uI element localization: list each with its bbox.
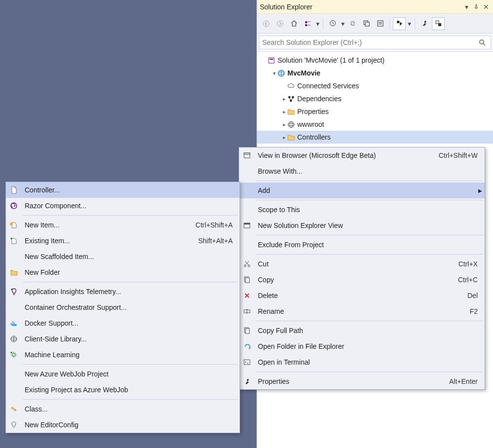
menu-label: Container Orchestrator Support... xyxy=(22,303,240,311)
menu-browse-with[interactable]: Browse With... xyxy=(239,163,485,179)
expand-icon[interactable] xyxy=(281,122,287,127)
project-label: MvcMovie xyxy=(287,69,320,77)
separator xyxy=(256,254,483,255)
context-menu: View in Browser (Microsoft Edge Beta) Ct… xyxy=(239,147,485,390)
menu-webjob[interactable]: New Azure WebJob Project xyxy=(6,366,240,382)
tree-label: Properties xyxy=(297,108,329,115)
menu-label: Browse With... xyxy=(255,167,485,175)
menu-scaffolded[interactable]: New Scaffolded Item... xyxy=(6,249,240,264)
menu-label: New EditorConfig xyxy=(22,421,240,429)
menu-exclude[interactable]: Exclude From Project xyxy=(239,237,485,253)
solution-icon xyxy=(268,57,277,64)
class-icon xyxy=(6,405,22,413)
menu-label: New Azure WebJob Project xyxy=(22,370,240,378)
search-input[interactable] xyxy=(262,38,479,46)
show-all-button[interactable] xyxy=(374,17,387,30)
svg-rect-36 xyxy=(246,329,249,334)
menu-rename[interactable]: Rename F2 xyxy=(239,303,485,319)
menu-add[interactable]: Add ▶ xyxy=(239,183,485,198)
menu-label: Class... xyxy=(22,405,240,413)
file-icon xyxy=(6,186,22,194)
pin-icon[interactable] xyxy=(472,3,480,11)
preview-selected-button[interactable] xyxy=(432,17,445,30)
docker-icon xyxy=(6,320,22,327)
back-button[interactable] xyxy=(260,17,273,30)
menu-copy[interactable]: Copy Ctrl+C xyxy=(239,272,485,288)
expand-icon[interactable] xyxy=(281,96,287,102)
search-icon[interactable] xyxy=(479,39,488,46)
menu-scope[interactable]: Scope to This xyxy=(239,202,485,218)
separator xyxy=(256,321,483,321)
menu-ml[interactable]: Machine Learning xyxy=(6,347,240,363)
menu-open-folder[interactable]: Open Folder in File Explorer xyxy=(239,338,485,354)
sync-button[interactable] xyxy=(346,17,359,30)
dropdown-icon[interactable]: ▾ xyxy=(315,20,320,28)
search-box[interactable] xyxy=(259,36,491,49)
tree-wwwroot[interactable]: wwwroot xyxy=(257,118,493,131)
new-folder-icon xyxy=(6,269,22,276)
menu-class[interactable]: Class... xyxy=(6,401,240,417)
menu-new-folder[interactable]: New Folder xyxy=(6,264,240,280)
menu-label: New Solution Explorer View xyxy=(255,222,485,229)
svg-point-0 xyxy=(263,21,269,27)
expand-icon[interactable] xyxy=(281,109,287,114)
solution-label: Solution 'MvcMovie' (1 of 1 project) xyxy=(278,56,385,64)
menu-new-se-view[interactable]: New Solution Explorer View xyxy=(239,218,485,233)
menu-cut[interactable]: Cut Ctrl+X xyxy=(239,256,485,272)
expand-icon[interactable] xyxy=(271,71,278,76)
menu-copy-path[interactable]: Copy Full Path xyxy=(239,323,485,338)
tree-label: Controllers xyxy=(297,133,331,141)
svg-rect-33 xyxy=(246,278,249,283)
menu-shortcut: Alt+Enter xyxy=(437,377,485,385)
copy-icon xyxy=(239,276,255,284)
menu-webjob-existing[interactable]: Existing Project as Azure WebJob xyxy=(6,382,240,398)
menu-properties[interactable]: Properties Alt+Enter xyxy=(239,373,485,389)
menu-label: Existing Item... xyxy=(22,237,186,245)
svg-point-25 xyxy=(290,121,292,127)
svg-point-23 xyxy=(288,121,294,127)
tree-properties[interactable]: Properties xyxy=(257,105,493,118)
menu-controller[interactable]: Controller... xyxy=(6,182,240,198)
menu-razor[interactable]: Razor Component... xyxy=(6,198,240,214)
menu-open-terminal[interactable]: Open in Terminal xyxy=(239,354,485,370)
tree-solution[interactable]: Solution 'MvcMovie' (1 of 1 project) xyxy=(257,54,493,67)
dropdown-icon[interactable]: ▾ xyxy=(407,20,412,28)
menu-view-in-browser[interactable]: View in Browser (Microsoft Edge Beta) Ct… xyxy=(239,148,485,163)
preview-button[interactable] xyxy=(393,17,406,30)
switc-views-button[interactable] xyxy=(301,17,314,30)
search-row xyxy=(257,34,493,52)
svg-rect-41 xyxy=(14,323,15,324)
menu-docker[interactable]: Docker Support... xyxy=(6,315,240,331)
svg-rect-16 xyxy=(269,58,274,63)
tree-label: Connected Services xyxy=(297,82,359,90)
dropdown-icon[interactable]: ▾ xyxy=(462,3,470,11)
window-icon xyxy=(239,222,255,229)
menu-label: Properties xyxy=(255,377,437,385)
tree-controllers[interactable]: Controllers xyxy=(257,131,493,144)
tree-connected-services[interactable]: Connected Services xyxy=(257,79,493,92)
tree-dependencies[interactable]: Dependencies xyxy=(257,92,493,105)
menu-label: Open in Terminal xyxy=(255,358,485,366)
menu-new-item[interactable]: New Item... Ctrl+Shift+A xyxy=(6,217,240,233)
menu-shortcut: Ctrl+X xyxy=(447,260,485,268)
forward-button[interactable] xyxy=(274,17,286,30)
menu-telemetry[interactable]: Application Insights Telemetry... xyxy=(6,284,240,299)
properties-button[interactable] xyxy=(418,17,431,30)
menu-orchestrator[interactable]: Container Orchestrator Support... xyxy=(6,299,240,315)
menu-editorconfig[interactable]: New EditorConfig xyxy=(6,417,240,433)
menu-label: Copy Full Path xyxy=(255,327,485,335)
menu-existing-item[interactable]: Existing Item... Shift+Alt+A xyxy=(6,233,240,249)
dropdown-icon[interactable]: ▾ xyxy=(340,20,345,28)
expand-icon[interactable] xyxy=(281,135,287,140)
separator xyxy=(389,18,390,29)
menu-label: New Item... xyxy=(22,221,184,229)
svg-rect-21 xyxy=(292,96,294,98)
separator xyxy=(256,200,483,200)
collapse-all-button[interactable] xyxy=(360,17,373,30)
tree-project[interactable]: MvcMovie xyxy=(257,67,493,79)
home-button[interactable] xyxy=(287,17,300,30)
close-icon[interactable]: ✕ xyxy=(482,3,490,11)
pending-changes-button[interactable] xyxy=(326,17,339,30)
menu-delete[interactable]: Delete Del xyxy=(239,288,485,303)
menu-client-lib[interactable]: Client-Side Library... xyxy=(6,331,240,347)
